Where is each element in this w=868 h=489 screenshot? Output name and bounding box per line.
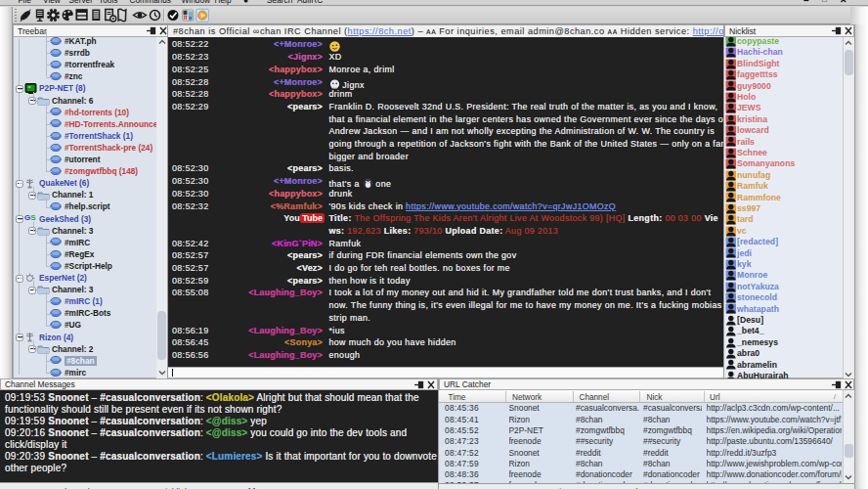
svg-text:1: 1	[185, 17, 187, 21]
